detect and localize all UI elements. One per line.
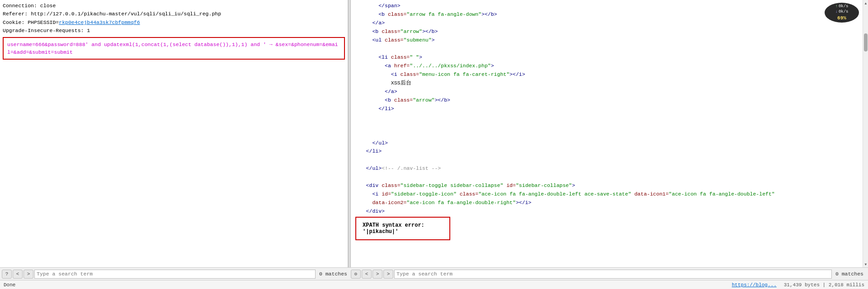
right-next-double-button[interactable]: > (383, 270, 393, 279)
bottom-bar: ? < > 0 matches ⊙ < > > 0 matches (0, 267, 868, 280)
code-line-19: </ul><!-- /.nav-list --> (354, 164, 865, 173)
right-scrollbar[interactable]: ▲ ▼ (863, 0, 868, 267)
code-line-3: <b class="arrow"></b> (354, 28, 865, 36)
network-widget-content: ↑ 0k/s ↓ 0k/s 69% (835, 4, 848, 21)
code-line-8: <i class="menu-icon fa fa-caret-right"><… (354, 70, 865, 79)
code-line-20 (354, 173, 865, 182)
code-line-24: </div> (354, 207, 865, 216)
right-panel[interactable]: ↑ 0k/s ↓ 0k/s 69% </span> <b class="arro… (351, 0, 868, 267)
upload-speed: ↑ 0k/s (835, 4, 848, 9)
code-line-0: </span> (354, 2, 865, 10)
status-right: https://blog... 31,439 bytes | 2,018 mil… (732, 282, 864, 288)
bottom-bar-left: ? < > 0 matches (2, 270, 350, 279)
cpu-percent: 69% (837, 15, 846, 21)
cookie-label: Cookie: (3, 19, 24, 25)
xpath-error-message: XPATH syntax error: '|pikachu|' (363, 222, 425, 235)
code-line-11: <b class="arrow"></b> (354, 96, 865, 105)
status-size: 31,439 bytes | 2,018 millis (784, 282, 864, 288)
code-line-22: <i id="sidebar-toggle-icon" class="ace-i… (354, 190, 865, 199)
download-speed: ↓ 0k/s (835, 9, 848, 15)
right-search-input[interactable] (394, 270, 832, 279)
connection-line: Connection: close (3, 2, 345, 10)
prev-search-button[interactable]: < (13, 270, 23, 279)
scrollbar-track (863, 6, 868, 261)
scrollbar-thumb[interactable] (864, 33, 868, 51)
scroll-up-arrow[interactable]: ▲ (863, 0, 868, 6)
right-matches: 0 matches (833, 271, 866, 277)
cookie-val: rkp0e4cejb44a3sk7cbfpmmqf6 (59, 19, 140, 25)
cookie-line: Cookie: PHPSESSID=rkp0e4cejb44a3sk7cbfpm… (3, 19, 345, 27)
code-area: </span> <b class="arrow fa fa-angle-down… (354, 2, 865, 224)
code-line-14 (354, 122, 865, 131)
upgrade-label: Upgrade-Insecure-Requests: (3, 28, 84, 33)
left-matches: 0 matches (316, 271, 350, 277)
network-widget: ↑ 0k/s ↓ 0k/s 69% (825, 3, 859, 23)
code-line-21: <div class="sidebar-toggle sidebar-colla… (354, 182, 865, 190)
request-headers: Connection: close Referer: http://127.0.… (3, 2, 345, 35)
code-line-6: <li class=" "> (354, 53, 865, 62)
code-line-7: <a href="../../../pkxss/index.php"> (354, 62, 865, 70)
xpath-error-box: XPATH syntax error: '|pikachu|' (355, 217, 450, 240)
referer-value: http://127.0.0.1/pikachu-master/vul/sqli… (31, 11, 221, 17)
code-line-1: <b class="arrow fa fa-angle-down"></b> (354, 10, 865, 19)
code-line-13 (354, 113, 865, 122)
help-button[interactable]: ? (2, 270, 12, 279)
cookie-key: PHPSESSID= (28, 19, 59, 25)
connection-value: close (40, 3, 56, 9)
upgrade-value: 1 (87, 28, 90, 33)
payload-content: username=666&password=888' and updatexml… (7, 41, 340, 56)
status-text: Done (4, 282, 15, 288)
left-panel: Connection: close Referer: http://127.0.… (0, 0, 348, 267)
connection-label: Connection: (3, 3, 37, 9)
right-prev-button[interactable]: < (362, 270, 372, 279)
code-line-10: </a> (354, 88, 865, 96)
referer-line: Referer: http://127.0.0.1/pikachu-master… (3, 10, 345, 18)
code-line-2: </a> (354, 19, 865, 28)
code-line-16: </ul> (354, 139, 865, 148)
code-line-18 (354, 156, 865, 164)
code-line-15 (354, 131, 865, 139)
code-line-12: </li> (354, 105, 865, 113)
code-line-5 (354, 45, 865, 53)
bottom-bar-right: ⊙ < > > 0 matches (351, 270, 866, 279)
code-line-17: </li> (354, 147, 865, 156)
referer-label: Referer: (3, 11, 28, 17)
code-line-23: data-icon2="ace-icon fa fa-angle-double-… (354, 199, 865, 207)
upgrade-line: Upgrade-Insecure-Requests: 1 (3, 27, 345, 35)
code-line-4: <ul class="submenu"> (354, 36, 865, 45)
code-line-9: XSS后台 (354, 79, 865, 88)
left-search-input[interactable] (34, 270, 316, 279)
scroll-to-top-button[interactable]: ⊙ (351, 270, 361, 279)
right-next-single-button[interactable]: > (373, 270, 382, 279)
payload-box: username=666&password=888' and updatexml… (3, 37, 345, 60)
status-bar: Done https://blog... 31,439 bytes | 2,01… (0, 280, 868, 289)
scroll-down-arrow[interactable]: ▼ (863, 261, 868, 267)
status-url[interactable]: https://blog... (732, 282, 777, 288)
next-search-button[interactable]: > (24, 270, 33, 279)
